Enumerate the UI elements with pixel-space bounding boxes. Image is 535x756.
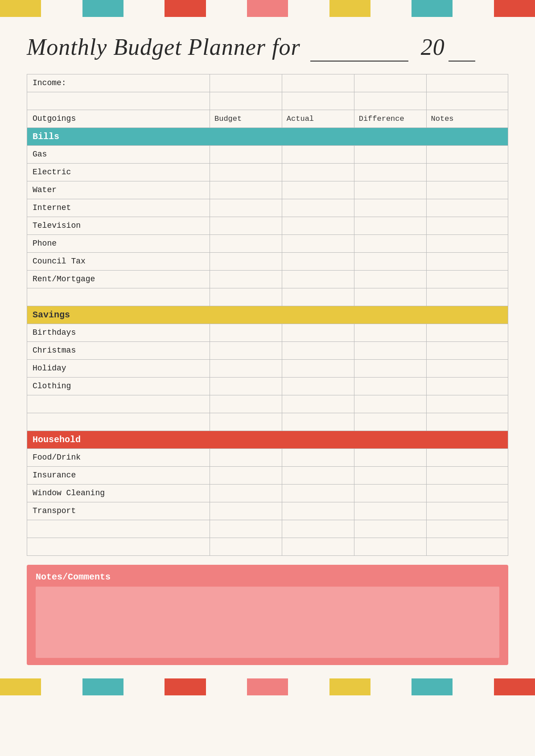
val-transport-diff	[354, 502, 426, 520]
val-electric-diff	[354, 163, 426, 181]
page-wrapper: Monthly Budget Planner for 20 Income:	[0, 0, 535, 756]
label-insurance: Insurance	[27, 466, 210, 484]
val-food-actual	[282, 448, 354, 466]
label-clothing: Clothing	[27, 377, 210, 395]
row-phone: Phone	[27, 234, 508, 252]
bot-deco-seg-5	[329, 678, 370, 695]
section-household-header: Household	[27, 431, 508, 448]
val-tv-diff	[354, 217, 426, 234]
val-water-budget	[210, 181, 282, 199]
bot-deco-seg-3	[165, 678, 206, 695]
label-gas: Gas	[27, 145, 210, 163]
spacer-row-5	[27, 520, 508, 538]
deco-seg-4	[247, 0, 288, 17]
income-label: Income:	[27, 74, 210, 92]
val-rent-diff	[354, 270, 426, 288]
budget-table: Income: Outgoings Budget Actual Differen…	[27, 74, 508, 556]
outgoings-label: Outgoings	[27, 110, 210, 127]
label-holiday: Holiday	[27, 359, 210, 377]
val-transport-actual	[282, 502, 354, 520]
bot-deco-seg-2	[82, 678, 123, 695]
row-window-cleaning: Window Cleaning	[27, 484, 508, 502]
deco-seg-6	[412, 0, 453, 17]
col-notes: Notes	[426, 110, 508, 127]
deco-gap-3	[206, 0, 247, 17]
row-clothing: Clothing	[27, 377, 508, 395]
bot-deco-seg-1	[0, 678, 41, 695]
col-actual: Actual	[282, 110, 354, 127]
label-water: Water	[27, 181, 210, 199]
deco-gap-1	[41, 0, 82, 17]
val-phone-diff	[354, 234, 426, 252]
notes-content-area[interactable]	[36, 587, 499, 658]
val-food-budget	[210, 448, 282, 466]
bills-label: Bills	[27, 127, 508, 145]
val-xmas-notes	[426, 341, 508, 359]
val-rent-budget	[210, 270, 282, 288]
val-water-actual	[282, 181, 354, 199]
val-wc-notes	[426, 484, 508, 502]
val-transport-notes	[426, 502, 508, 520]
val-food-notes	[426, 448, 508, 466]
val-internet-diff	[354, 199, 426, 217]
val-wc-diff	[354, 484, 426, 502]
row-internet: Internet	[27, 199, 508, 217]
val-ct-notes	[426, 252, 508, 270]
top-deco-bar	[0, 0, 535, 17]
bot-deco-gap-5	[370, 678, 412, 695]
row-christmas: Christmas	[27, 341, 508, 359]
deco-seg-3	[165, 0, 206, 17]
val-xmas-actual	[282, 341, 354, 359]
section-bills-header: Bills	[27, 127, 508, 145]
val-phone-notes	[426, 234, 508, 252]
row-council-tax: Council Tax	[27, 252, 508, 270]
label-food-drink: Food/Drink	[27, 448, 210, 466]
label-window-cleaning: Window Cleaning	[27, 484, 210, 502]
label-television: Television	[27, 217, 210, 234]
val-bday-diff	[354, 324, 426, 341]
val-ct-budget	[210, 252, 282, 270]
val-electric-budget	[210, 163, 282, 181]
spacer-row-1	[27, 92, 508, 110]
val-holiday-actual	[282, 359, 354, 377]
val-ins-actual	[282, 466, 354, 484]
spacer-row-2	[27, 288, 508, 306]
val-holiday-diff	[354, 359, 426, 377]
bot-deco-seg-7	[494, 678, 535, 695]
row-food-drink: Food/Drink	[27, 448, 508, 466]
bot-deco-gap-6	[453, 678, 494, 695]
bot-deco-gap-3	[206, 678, 247, 695]
bot-deco-gap-4	[288, 678, 329, 695]
spacer-row-6	[27, 538, 508, 555]
deco-gap-4	[288, 0, 329, 17]
val-transport-budget	[210, 502, 282, 520]
title-year-line	[449, 34, 475, 62]
outgoings-header-row: Outgoings Budget Actual Difference Notes	[27, 110, 508, 127]
bot-deco-seg-4	[247, 678, 288, 695]
deco-gap-5	[370, 0, 412, 17]
row-birthdays: Birthdays	[27, 324, 508, 341]
spacer-row-3	[27, 395, 508, 413]
deco-gap-6	[453, 0, 494, 17]
row-insurance: Insurance	[27, 466, 508, 484]
row-television: Television	[27, 217, 508, 234]
val-bday-actual	[282, 324, 354, 341]
val-water-notes	[426, 181, 508, 199]
title-main: Monthly Budget Planner for	[27, 34, 300, 60]
row-gas: Gas	[27, 145, 508, 163]
val-xmas-budget	[210, 341, 282, 359]
val-water-diff	[354, 181, 426, 199]
val-gas-diff	[354, 145, 426, 163]
income-actual	[282, 74, 354, 92]
val-ins-notes	[426, 466, 508, 484]
val-tv-notes	[426, 217, 508, 234]
page-title: Monthly Budget Planner for 20	[27, 34, 475, 60]
label-transport: Transport	[27, 502, 210, 520]
val-internet-budget	[210, 199, 282, 217]
bot-deco-seg-6	[412, 678, 453, 695]
val-holiday-notes	[426, 359, 508, 377]
row-water: Water	[27, 181, 508, 199]
household-label: Household	[27, 431, 508, 448]
val-rent-actual	[282, 270, 354, 288]
val-ct-actual	[282, 252, 354, 270]
